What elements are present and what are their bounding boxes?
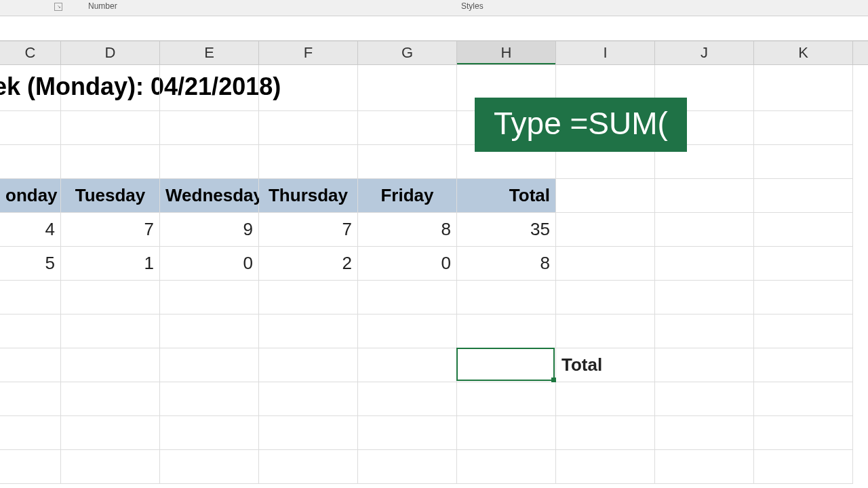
cell[interactable] bbox=[61, 281, 160, 314]
cell[interactable] bbox=[754, 281, 853, 314]
cell[interactable] bbox=[358, 314, 457, 348]
cell[interactable] bbox=[160, 145, 259, 179]
cell[interactable] bbox=[754, 450, 853, 484]
cell-tue[interactable]: 1 bbox=[61, 247, 160, 281]
cell[interactable] bbox=[259, 382, 358, 416]
cell[interactable] bbox=[61, 382, 160, 416]
cell[interactable] bbox=[0, 382, 61, 416]
cell[interactable] bbox=[754, 314, 853, 348]
cell[interactable] bbox=[556, 281, 655, 314]
cell[interactable] bbox=[556, 382, 655, 416]
cell[interactable] bbox=[259, 348, 358, 382]
cell-wed[interactable]: 0 bbox=[160, 247, 259, 281]
cell[interactable] bbox=[259, 416, 358, 450]
cell[interactable] bbox=[754, 416, 853, 450]
cell-fri[interactable]: 8 bbox=[358, 213, 457, 247]
cell[interactable] bbox=[259, 450, 358, 484]
column-header-D[interactable]: D bbox=[61, 41, 160, 64]
cell[interactable] bbox=[457, 382, 556, 416]
cell[interactable] bbox=[0, 281, 61, 314]
cell[interactable] bbox=[0, 348, 61, 382]
column-header-E[interactable]: E bbox=[160, 41, 259, 64]
cell[interactable] bbox=[457, 416, 556, 450]
column-header-H[interactable]: H bbox=[457, 41, 556, 64]
cell[interactable] bbox=[358, 348, 457, 382]
cell-thu[interactable]: 7 bbox=[259, 213, 358, 247]
cell[interactable] bbox=[160, 450, 259, 484]
cell[interactable] bbox=[160, 416, 259, 450]
cell[interactable] bbox=[0, 145, 61, 179]
active-cell[interactable] bbox=[457, 348, 556, 382]
table-header-thursday[interactable]: Thursday bbox=[259, 179, 358, 213]
cell[interactable] bbox=[61, 145, 160, 179]
cell[interactable] bbox=[61, 65, 160, 111]
cell[interactable] bbox=[259, 314, 358, 348]
table-header-tuesday[interactable]: Tuesday bbox=[61, 179, 160, 213]
total-label-cell[interactable]: Total bbox=[556, 348, 655, 382]
cell-wed[interactable]: 9 bbox=[160, 213, 259, 247]
column-header-G[interactable]: G bbox=[358, 41, 457, 64]
cell[interactable] bbox=[556, 416, 655, 450]
cell[interactable] bbox=[259, 145, 358, 179]
cell[interactable] bbox=[457, 450, 556, 484]
cell[interactable] bbox=[754, 348, 853, 382]
cell[interactable] bbox=[457, 281, 556, 314]
cell[interactable] bbox=[655, 314, 754, 348]
cell[interactable] bbox=[358, 145, 457, 179]
column-header-I[interactable]: I bbox=[556, 41, 655, 64]
cell-tue[interactable]: 7 bbox=[61, 213, 160, 247]
cell[interactable] bbox=[259, 111, 358, 145]
cell[interactable] bbox=[556, 179, 655, 213]
cell[interactable] bbox=[160, 348, 259, 382]
cell[interactable] bbox=[61, 416, 160, 450]
cell[interactable] bbox=[754, 111, 853, 145]
cell[interactable] bbox=[358, 281, 457, 314]
cell[interactable] bbox=[655, 382, 754, 416]
cell[interactable] bbox=[754, 382, 853, 416]
cell[interactable] bbox=[61, 348, 160, 382]
cell[interactable] bbox=[556, 247, 655, 281]
cell-total[interactable]: 8 bbox=[457, 247, 556, 281]
cell[interactable] bbox=[358, 416, 457, 450]
column-header-F[interactable]: F bbox=[259, 41, 358, 64]
cell[interactable] bbox=[655, 348, 754, 382]
cell[interactable] bbox=[556, 314, 655, 348]
sheet-title[interactable]: eek (Monday): 04/21/2018) bbox=[0, 65, 61, 111]
cell[interactable] bbox=[754, 247, 853, 281]
cell[interactable] bbox=[0, 450, 61, 484]
cell[interactable] bbox=[358, 450, 457, 484]
cell[interactable] bbox=[160, 382, 259, 416]
cell[interactable] bbox=[160, 281, 259, 314]
cell-total[interactable]: 35 bbox=[457, 213, 556, 247]
cell[interactable] bbox=[0, 111, 61, 145]
table-header-total[interactable]: Total bbox=[457, 179, 556, 213]
cell[interactable] bbox=[358, 65, 457, 111]
cell[interactable] bbox=[259, 65, 358, 111]
table-header-wednesday[interactable]: Wednesday bbox=[160, 179, 259, 213]
dialog-launcher-icon[interactable] bbox=[54, 3, 62, 11]
cell[interactable] bbox=[655, 281, 754, 314]
column-header-K[interactable]: K bbox=[754, 41, 853, 64]
cell[interactable] bbox=[61, 450, 160, 484]
cell[interactable] bbox=[0, 416, 61, 450]
cell-fri[interactable]: 0 bbox=[358, 247, 457, 281]
cell-mon[interactable]: 4 bbox=[0, 213, 61, 247]
cell[interactable] bbox=[655, 179, 754, 213]
cell[interactable] bbox=[358, 382, 457, 416]
table-header-monday[interactable]: onday bbox=[0, 179, 61, 213]
cell-thu[interactable]: 2 bbox=[259, 247, 358, 281]
column-header-C[interactable]: C bbox=[0, 41, 61, 64]
grid-body[interactable]: eek (Monday): 04/21/2018) bbox=[0, 65, 868, 488]
cell[interactable] bbox=[61, 314, 160, 348]
cell[interactable] bbox=[556, 450, 655, 484]
column-header-J[interactable]: J bbox=[655, 41, 754, 64]
cell-mon[interactable]: 5 bbox=[0, 247, 61, 281]
cell[interactable] bbox=[457, 314, 556, 348]
cell[interactable] bbox=[655, 247, 754, 281]
cell[interactable] bbox=[160, 65, 259, 111]
cell[interactable] bbox=[61, 111, 160, 145]
cell[interactable] bbox=[754, 213, 853, 247]
cell[interactable] bbox=[754, 65, 853, 111]
cell[interactable] bbox=[556, 213, 655, 247]
table-header-friday[interactable]: Friday bbox=[358, 179, 457, 213]
